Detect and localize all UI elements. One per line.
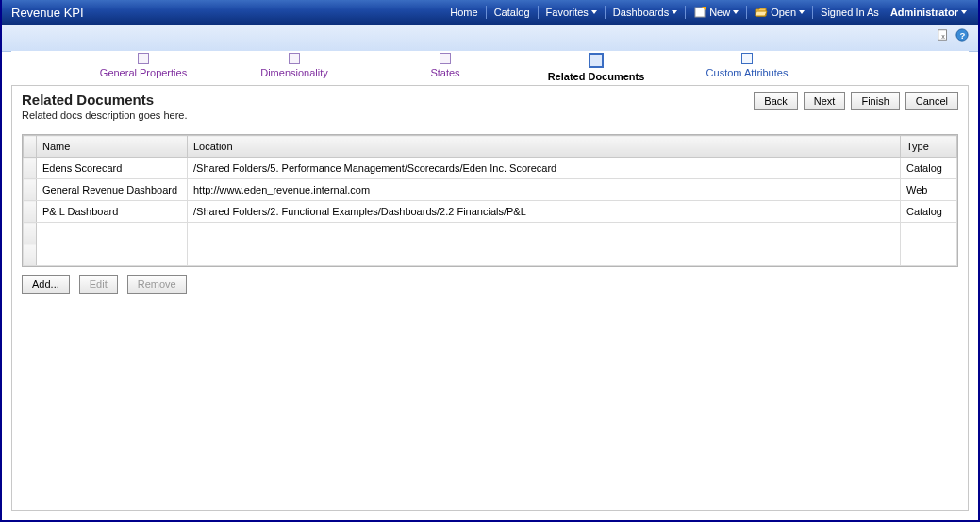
- remove-button[interactable]: Remove: [127, 275, 187, 294]
- nav-home[interactable]: Home: [446, 5, 481, 20]
- finish-button[interactable]: Finish: [851, 92, 899, 110]
- step-states[interactable]: States: [370, 53, 521, 78]
- back-button[interactable]: Back: [754, 92, 797, 110]
- cancel-button[interactable]: Cancel: [905, 92, 958, 110]
- nav-dashboards[interactable]: Dashboards: [609, 5, 681, 20]
- nav-user-menu[interactable]: Administrator: [887, 5, 971, 20]
- table-row[interactable]: [24, 223, 957, 244]
- top-header: Revenue KPI Home Catalog Favorites Dashb…: [2, 0, 978, 25]
- chevron-down-icon: [733, 10, 739, 14]
- add-button[interactable]: Add...: [22, 275, 70, 294]
- new-icon: [693, 6, 706, 19]
- folder-open-icon: [755, 6, 768, 19]
- svg-rect-0: [695, 8, 705, 17]
- next-button[interactable]: Next: [804, 92, 846, 110]
- step-related-documents[interactable]: Related Documents: [521, 53, 672, 82]
- svg-text:?: ?: [959, 30, 965, 41]
- step-general-properties[interactable]: General Properties: [68, 53, 219, 78]
- help-icon[interactable]: ?: [955, 28, 969, 42]
- table-row[interactable]: General Revenue Dashboard http://www.ede…: [24, 179, 957, 201]
- panel-description: Related docs description goes here.: [22, 109, 188, 121]
- related-docs-table: Name Location Type Edens Scorecard /Shar…: [22, 134, 958, 267]
- col-header-location[interactable]: Location: [188, 136, 901, 158]
- panel-title: Related Documents: [22, 92, 188, 108]
- chevron-down-icon: [672, 10, 677, 14]
- table-row[interactable]: Edens Scorecard /Shared Folders/5. Perfo…: [24, 158, 957, 179]
- related-documents-panel: Related Documents Related docs descripti…: [11, 85, 969, 511]
- page-title: Revenue KPI: [11, 6, 84, 20]
- step-custom-attributes[interactable]: Custom Attributes: [672, 53, 822, 78]
- nav-signed-in: Signed In As: [817, 5, 883, 20]
- nav-favorites[interactable]: Favorites: [542, 5, 601, 20]
- nav-open[interactable]: Open: [751, 4, 808, 21]
- step-dimensionality[interactable]: Dimensionality: [219, 53, 370, 78]
- col-header-type[interactable]: Type: [901, 136, 957, 158]
- table-row[interactable]: [24, 244, 957, 266]
- sub-toolbar: x ?: [2, 25, 978, 52]
- table-row[interactable]: P& L Dashboard /Shared Folders/2. Functi…: [24, 201, 957, 223]
- wizard-train: General Properties Dimensionality States…: [11, 51, 969, 85]
- chevron-down-icon: [961, 10, 967, 14]
- col-header-name[interactable]: Name: [37, 136, 188, 158]
- svg-text:x: x: [941, 33, 945, 40]
- page-format-icon[interactable]: x: [937, 28, 950, 42]
- nav-catalog[interactable]: Catalog: [490, 5, 534, 20]
- nav-new[interactable]: New: [689, 4, 742, 21]
- chevron-down-icon: [591, 10, 597, 14]
- edit-button[interactable]: Edit: [79, 275, 118, 294]
- chevron-down-icon: [799, 10, 805, 14]
